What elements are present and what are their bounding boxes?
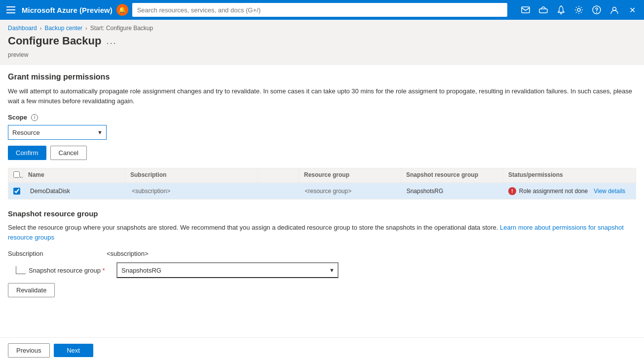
next-button[interactable]: Next: [54, 344, 93, 349]
main-content: Grant missing permissions We will attemp…: [0, 65, 644, 349]
breadcrumb-backup-center[interactable]: Backup center: [44, 25, 82, 32]
confirm-cancel-row: Confirm Cancel: [8, 146, 636, 160]
th-name: Name: [23, 168, 125, 182]
notification-badge[interactable]: 🔔: [116, 4, 128, 16]
svg-point-3: [577, 8, 580, 11]
scope-row: Scope i: [8, 114, 636, 121]
snapshot-desc: Select the resource group where your sna…: [8, 223, 636, 242]
th-col3: [258, 168, 299, 182]
th-subscription: Subscription: [125, 168, 258, 182]
breadcrumb-dashboard[interactable]: Dashboard: [8, 25, 37, 32]
breadcrumb-sep-1: ›: [40, 25, 42, 31]
row-subscription: <subscription>: [127, 184, 259, 199]
topbar: Microsoft Azure (Preview) 🔔 ✕: [0, 0, 644, 20]
th-status: Status/permissions: [503, 168, 636, 182]
subscription-label: Subscription: [8, 250, 107, 257]
breadcrumb-current: Start: Configure Backup: [90, 25, 153, 32]
sub-indent: Snapshot resource group *: [8, 266, 107, 274]
bell-icon[interactable]: [553, 2, 569, 18]
row-col3: [259, 187, 300, 195]
row-resource-group: <resource group>: [300, 184, 401, 199]
svg-rect-1: [539, 9, 547, 13]
grant-section-title: Grant missing permissions: [8, 73, 636, 81]
topbar-icons: ✕: [518, 2, 640, 18]
page-preview-label: preview: [0, 51, 644, 64]
scope-label: Scope: [8, 114, 27, 121]
page-title: Configure Backup: [8, 35, 101, 47]
error-icon: !: [508, 187, 516, 195]
snapshot-rg-row: Snapshot resource group * SnapshotsRG An…: [8, 262, 636, 278]
rg-select-wrapper: SnapshotsRG AnotherRG ▼: [116, 262, 339, 278]
scope-select[interactable]: Resource Subscription Resource Group: [8, 125, 107, 140]
email-icon[interactable]: [518, 2, 533, 18]
th-snapshot-rg: Snapshot resource group: [401, 168, 503, 182]
profile-icon[interactable]: [606, 2, 622, 18]
snapshot-section-title: Snapshot resource group: [8, 209, 636, 218]
hamburger-menu[interactable]: [4, 3, 18, 17]
previous-button[interactable]: Previous: [8, 343, 50, 349]
connector-line: [16, 266, 26, 274]
app-title: Microsoft Azure (Preview): [22, 6, 113, 14]
scope-select-wrapper: Resource Subscription Resource Group ▼: [8, 125, 107, 140]
revalidate-row: Revalidate: [8, 283, 636, 297]
table-row: DemoDataDisk <subscription> <resource gr…: [8, 183, 636, 200]
svg-rect-0: [522, 7, 530, 13]
subscription-value: <subscription>: [107, 250, 149, 257]
svg-point-2: [561, 13, 562, 14]
view-details-link[interactable]: View details: [594, 188, 625, 195]
page-header: Configure Backup ...: [0, 35, 644, 51]
row-status-cell: ! Role assignment not done View details: [503, 183, 636, 199]
snapshot-section: Snapshot resource group Select the resou…: [8, 209, 636, 297]
required-indicator: *: [103, 267, 105, 274]
settings-icon[interactable]: [571, 2, 587, 18]
confirm-button[interactable]: Confirm: [8, 146, 46, 160]
row-checkbox-cell: [8, 184, 25, 199]
table-header-row: Name Subscription Resource group Snapsho…: [8, 168, 636, 183]
cancel-button[interactable]: Cancel: [50, 146, 87, 160]
grant-section-description: We will attempt to automatically propaga…: [8, 86, 636, 106]
subscription-row: Subscription <subscription>: [8, 250, 636, 257]
scope-info-icon[interactable]: i: [31, 114, 38, 121]
row-checkbox-0[interactable]: [13, 188, 20, 195]
help-icon[interactable]: [589, 2, 605, 18]
th-resource-group: Resource group: [299, 168, 401, 182]
breadcrumb-sep-2: ›: [85, 25, 87, 31]
bottom-bar: Previous Next: [0, 337, 644, 349]
close-topbar-icon[interactable]: ✕: [624, 2, 640, 18]
page-options-button[interactable]: ...: [106, 36, 116, 46]
snapshot-rg-select[interactable]: SnapshotsRG AnotherRG: [116, 262, 339, 278]
select-all-checkbox[interactable]: [13, 171, 20, 178]
revalidate-button[interactable]: Revalidate: [8, 283, 55, 297]
search-input[interactable]: [132, 3, 507, 17]
breadcrumb: Dashboard › Backup center › Start: Confi…: [0, 20, 644, 35]
row-status-text: Role assignment not done: [519, 188, 588, 195]
cloud-icon[interactable]: [535, 2, 551, 18]
table-container: Name Subscription Resource group Snapsho…: [8, 168, 636, 200]
svg-point-5: [596, 12, 597, 13]
row-snapshot-rg: SnapshotsRG: [402, 184, 503, 199]
snapshot-rg-label: Snapshot resource group *: [29, 267, 105, 274]
th-checkbox: [8, 168, 23, 182]
row-name: DemoDataDisk: [25, 184, 127, 199]
